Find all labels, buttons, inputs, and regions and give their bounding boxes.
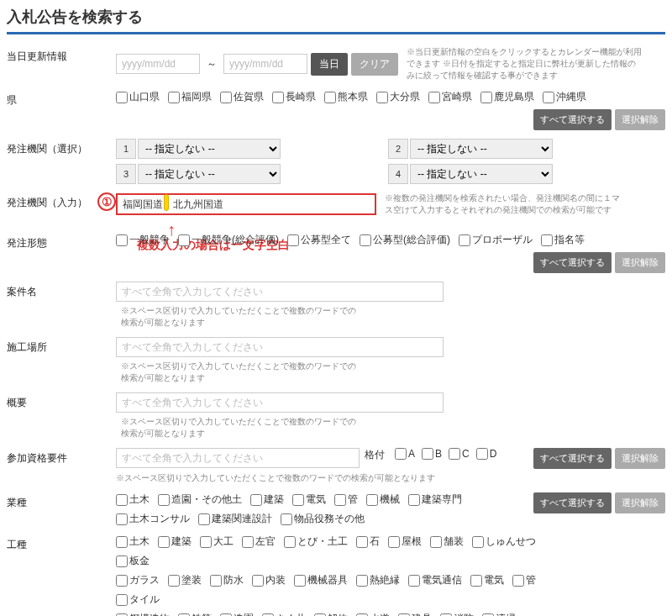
checkbox-item[interactable]: 解体 <box>314 612 348 616</box>
checkbox[interactable] <box>470 575 482 587</box>
checkbox[interactable] <box>360 234 371 246</box>
update-date-to[interactable] <box>223 54 307 74</box>
checkbox[interactable] <box>116 494 128 506</box>
checkbox-item[interactable]: ガラス <box>116 573 160 587</box>
checkbox[interactable] <box>116 555 128 567</box>
agency-select-4[interactable]: -- 指定しない -- <box>410 164 553 184</box>
checkbox[interactable] <box>178 613 190 617</box>
pref-deselect[interactable]: 選択解除 <box>615 109 665 130</box>
checkbox[interactable] <box>408 575 420 587</box>
checkbox-item[interactable]: 建築 <box>250 492 284 507</box>
checkbox[interactable] <box>422 448 433 460</box>
checkbox-item[interactable]: A <box>395 448 415 460</box>
checkbox[interactable] <box>356 613 368 617</box>
project-name-input[interactable] <box>116 282 444 302</box>
agency-select-3[interactable]: -- 指定しない -- <box>138 164 281 184</box>
checkbox[interactable] <box>476 448 488 460</box>
checkbox[interactable] <box>200 536 212 548</box>
checkbox[interactable] <box>356 536 368 548</box>
checkbox[interactable] <box>242 536 254 548</box>
checkbox-item[interactable]: 鹿児島県 <box>480 90 534 104</box>
industry-deselect[interactable]: 選択解除 <box>615 492 665 513</box>
checkbox-item[interactable]: 左官 <box>242 534 276 549</box>
checkbox[interactable] <box>482 613 494 617</box>
checkbox[interactable] <box>366 494 378 506</box>
checkbox[interactable] <box>376 92 388 103</box>
checkbox-item[interactable]: 水道 <box>356 612 390 616</box>
checkbox-item[interactable]: 鋼構造物 <box>116 612 170 616</box>
checkbox-item[interactable]: 電気 <box>470 573 504 587</box>
checkbox-item[interactable]: 指名等 <box>541 233 585 247</box>
checkbox-item[interactable]: 電気 <box>292 492 326 507</box>
checkbox-item[interactable]: 板金 <box>116 554 150 568</box>
checkbox[interactable] <box>220 613 232 617</box>
checkbox-item[interactable]: 管 <box>334 492 358 507</box>
checkbox-item[interactable]: 屋根 <box>388 534 422 549</box>
checkbox[interactable] <box>543 92 554 103</box>
checkbox-item[interactable]: 内装 <box>252 573 286 587</box>
checkbox[interactable] <box>334 494 346 506</box>
checkbox[interactable] <box>512 575 524 587</box>
checkbox[interactable] <box>324 92 336 103</box>
checkbox-item[interactable]: 塗装 <box>168 573 202 587</box>
checkbox-item[interactable]: 建築専門 <box>408 492 462 507</box>
checkbox[interactable] <box>430 536 442 548</box>
checkbox[interactable] <box>284 536 296 548</box>
checkbox-item[interactable]: しゅんせつ <box>472 534 536 549</box>
checkbox[interactable] <box>250 494 262 506</box>
checkbox[interactable] <box>178 234 190 246</box>
checkbox-item[interactable]: 宮崎県 <box>428 90 472 104</box>
qual-deselect[interactable]: 選択解除 <box>615 448 665 469</box>
checkbox[interactable] <box>428 92 440 103</box>
checkbox[interactable] <box>220 92 232 103</box>
checkbox[interactable] <box>116 575 128 587</box>
checkbox-item[interactable]: 舗装 <box>430 534 464 549</box>
checkbox-item[interactable]: 福岡県 <box>168 90 212 104</box>
checkbox-item[interactable]: 公募型全て <box>287 233 351 247</box>
checkbox-item[interactable]: さく井 <box>262 612 306 616</box>
industry-select-all[interactable]: すべて選択する <box>533 492 612 513</box>
checkbox-item[interactable]: 大分県 <box>376 90 420 104</box>
checkbox-item[interactable]: 物品役務その他 <box>281 512 365 526</box>
checkbox-item[interactable]: 防水 <box>210 573 244 587</box>
checkbox-item[interactable]: B <box>422 448 442 460</box>
checkbox-item[interactable]: 佐賀県 <box>220 90 264 104</box>
checkbox[interactable] <box>459 234 470 246</box>
clear-date-button[interactable]: クリア <box>351 53 398 76</box>
summary-input[interactable] <box>116 392 444 413</box>
checkbox[interactable] <box>472 536 484 548</box>
checkbox-item[interactable]: 沖縄県 <box>543 90 586 104</box>
checkbox[interactable] <box>116 513 128 525</box>
checkbox-item[interactable]: 熊本県 <box>324 90 368 104</box>
checkbox[interactable] <box>116 536 128 548</box>
checkbox-item[interactable]: 機械 <box>366 492 400 507</box>
checkbox-item[interactable]: 鉄筋 <box>178 612 212 616</box>
checkbox-item[interactable]: 機械器具 <box>294 573 348 587</box>
checkbox[interactable] <box>272 92 284 103</box>
checkbox[interactable] <box>440 613 452 617</box>
checkbox-item[interactable]: 建築 <box>158 534 192 549</box>
checkbox[interactable] <box>314 613 326 617</box>
checkbox[interactable] <box>116 594 128 606</box>
checkbox[interactable] <box>168 575 180 587</box>
checkbox-item[interactable]: 土木コンサル <box>116 512 190 526</box>
checkbox[interactable] <box>356 575 368 587</box>
checkbox[interactable] <box>262 613 274 617</box>
checkbox-item[interactable]: 電気通信 <box>408 573 462 587</box>
checkbox-item[interactable]: 一般競争(総合評価) <box>178 233 279 247</box>
checkbox-item[interactable]: 土木 <box>116 492 150 507</box>
checkbox[interactable] <box>287 234 299 246</box>
checkbox[interactable] <box>116 92 128 103</box>
checkbox-item[interactable]: 建築関連設計 <box>198 512 272 526</box>
checkbox-item[interactable]: 造園 <box>220 612 254 616</box>
checkbox-item[interactable]: 公募型(総合評価) <box>360 233 450 247</box>
checkbox-item[interactable]: とび・土工 <box>284 534 348 549</box>
location-input[interactable] <box>116 337 444 357</box>
checkbox[interactable] <box>294 575 306 587</box>
checkbox[interactable] <box>252 575 264 587</box>
checkbox-item[interactable]: 管 <box>512 573 536 587</box>
checkbox-item[interactable]: タイル <box>116 592 160 607</box>
ordertype-deselect[interactable]: 選択解除 <box>615 252 665 273</box>
checkbox[interactable] <box>388 536 400 548</box>
checkbox-item[interactable]: 熱絶縁 <box>356 573 400 587</box>
